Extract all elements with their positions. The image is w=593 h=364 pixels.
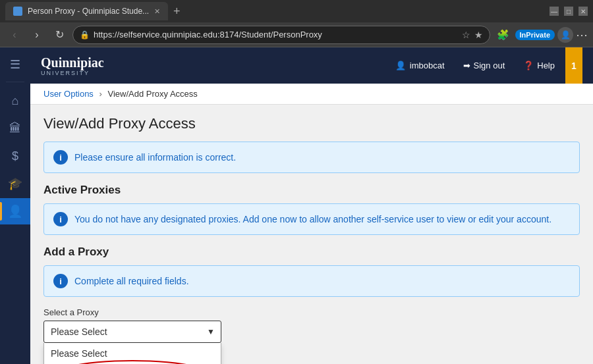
tab-close-button[interactable]: ✕ bbox=[154, 7, 160, 16]
sidebar-icon-home[interactable]: ⌂ bbox=[0, 88, 30, 114]
sidebar: ☰ ⌂ 🏛 $ 🎓 👤 bbox=[0, 47, 30, 364]
info-icon-add-proxy: i bbox=[53, 274, 68, 288]
sidebar-icon-group: ⌂ 🏛 $ 🎓 👤 bbox=[0, 88, 30, 224]
page-content: View/Add Proxy Access i Please ensure al… bbox=[30, 105, 593, 353]
dropdown-open: Please Select Parent Bobcat Add Another … bbox=[43, 343, 221, 364]
info-message-main: Please ensure all information is correct… bbox=[74, 152, 236, 163]
address-bar[interactable]: 🔒 https://selfservice.quinnipiac.edu:817… bbox=[72, 26, 490, 44]
add-proxy-heading: Add a Proxy bbox=[43, 246, 580, 259]
browser-tab[interactable]: Person Proxy - Quinnipiac Stude... ✕ bbox=[5, 2, 168, 20]
maximize-button[interactable]: □ bbox=[564, 7, 573, 16]
info-box-add-proxy: i Complete all required fields. bbox=[43, 265, 580, 297]
header-help[interactable]: ❓ Help bbox=[523, 61, 555, 70]
signout-icon: ➡ bbox=[463, 61, 470, 70]
select-proxy-wrapper: Please Select Parent Bobcat Add Another … bbox=[43, 321, 221, 343]
sidebar-icon-bank[interactable]: 🏛 bbox=[0, 115, 30, 142]
inprivate-badge: InPrivate bbox=[515, 30, 555, 40]
page-title: View/Add Proxy Access bbox=[43, 115, 580, 132]
app-wrapper: ☰ ⌂ 🏛 $ 🎓 👤 Quinnipiac UNIVERSITY 👤 imbo… bbox=[0, 47, 593, 364]
sidebar-hamburger[interactable]: ☰ bbox=[3, 53, 27, 76]
sidebar-icon-dollar[interactable]: $ bbox=[0, 143, 30, 169]
tab-title: Person Proxy - Quinnipiac Stude... bbox=[28, 7, 149, 16]
active-proxies-info: You do not have any designated proxies. … bbox=[74, 214, 551, 224]
proxy-select[interactable]: Please Select Parent Bobcat Add Another … bbox=[43, 321, 221, 343]
breadcrumb-separator: › bbox=[99, 89, 102, 99]
info-icon-main: i bbox=[53, 150, 68, 165]
logo-text: Quinnipiac bbox=[41, 55, 104, 70]
user-name: imbobcat bbox=[410, 61, 445, 70]
breadcrumb-parent[interactable]: User Options bbox=[43, 89, 94, 99]
help-label: Help bbox=[537, 61, 555, 70]
window-controls: — □ ✕ bbox=[550, 7, 588, 16]
top-header: Quinnipiac UNIVERSITY 👤 imbobcat ➡ Sign … bbox=[30, 47, 593, 84]
info-box-main: i Please ensure all information is corre… bbox=[43, 142, 580, 173]
lock-icon: 🔒 bbox=[80, 30, 90, 39]
new-tab-button[interactable]: + bbox=[173, 5, 181, 18]
browser-titlebar: Person Proxy - Quinnipiac Stude... ✕ + —… bbox=[0, 0, 593, 22]
minimize-button[interactable]: — bbox=[550, 7, 559, 16]
browser-menu-button[interactable]: ⋯ bbox=[576, 28, 588, 42]
refresh-button[interactable]: ↻ bbox=[50, 26, 69, 44]
help-icon: ❓ bbox=[523, 61, 534, 70]
toolbar-actions: 🧩 InPrivate 👤 ⋯ bbox=[494, 26, 588, 44]
favorites-icon[interactable]: ★ bbox=[474, 30, 483, 40]
info-box-active-proxies: i You do not have any designated proxies… bbox=[43, 203, 580, 235]
notification-badge[interactable]: 1 bbox=[565, 47, 582, 84]
breadcrumb-current: View/Add Proxy Access bbox=[107, 89, 197, 99]
header-signout[interactable]: ➡ Sign out bbox=[463, 61, 505, 70]
notification-count: 1 bbox=[571, 61, 577, 71]
browser-toolbar: ‹ › ↻ 🔒 https://selfservice.quinnipiac.e… bbox=[0, 22, 593, 47]
logo-area: Quinnipiac UNIVERSITY bbox=[41, 55, 104, 76]
breadcrumb: User Options › View/Add Proxy Access bbox=[30, 84, 593, 105]
close-button[interactable]: ✕ bbox=[579, 7, 588, 16]
header-user: 👤 imbobcat bbox=[395, 61, 445, 70]
logo-sub: UNIVERSITY bbox=[41, 70, 90, 76]
sidebar-divider bbox=[6, 82, 24, 82]
sidebar-icon-graduation[interactable]: 🎓 bbox=[0, 170, 30, 197]
url-text: https://selfservice.quinnipiac.edu:8174/… bbox=[94, 30, 458, 39]
user-icon: 👤 bbox=[395, 61, 406, 70]
info-icon-active-proxies: i bbox=[53, 212, 68, 226]
profile-avatar[interactable]: 👤 bbox=[557, 27, 573, 43]
forward-button[interactable]: › bbox=[28, 26, 46, 44]
bookmark-icon[interactable]: ☆ bbox=[462, 30, 470, 40]
sidebar-icon-person[interactable]: 👤 bbox=[0, 198, 30, 224]
main-layout: Quinnipiac UNIVERSITY 👤 imbobcat ➡ Sign … bbox=[30, 47, 593, 364]
signout-label: Sign out bbox=[474, 61, 505, 70]
dropdown-option-please-select[interactable]: Please Select bbox=[44, 343, 221, 364]
back-button[interactable]: ‹ bbox=[5, 26, 24, 44]
main-content: User Options › View/Add Proxy Access Vie… bbox=[30, 84, 593, 364]
select-proxy-section: Select a Proxy Please Select Parent Bobc… bbox=[43, 307, 580, 343]
active-proxies-heading: Active Proxies bbox=[43, 184, 580, 197]
add-proxy-info: Complete all required fields. bbox=[74, 276, 189, 286]
select-proxy-label: Select a Proxy bbox=[43, 307, 580, 317]
extensions-button[interactable]: 🧩 bbox=[494, 26, 513, 44]
tab-favicon bbox=[13, 7, 22, 16]
